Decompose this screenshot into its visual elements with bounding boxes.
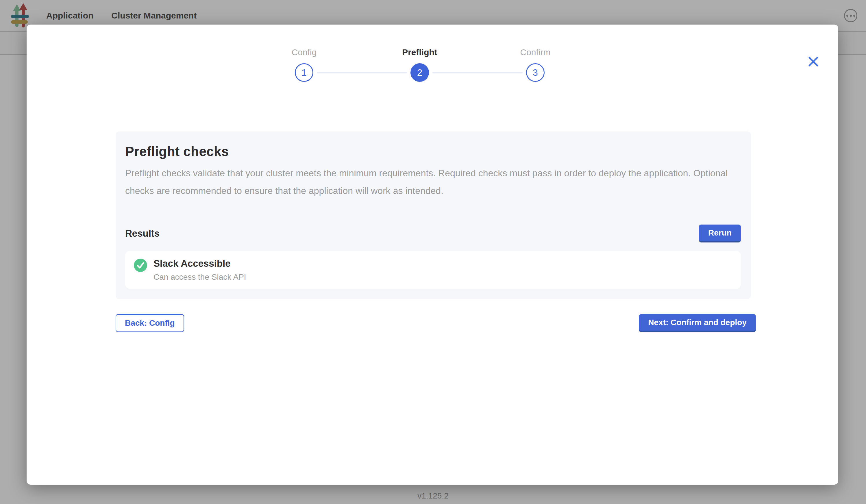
check-detail: Can access the Slack API: [154, 272, 246, 282]
stepper-step-preflight: Preflight 2: [379, 47, 460, 82]
step-label-config: Config: [264, 47, 345, 57]
stepper-step-confirm: Confirm 3: [495, 47, 576, 82]
step-circle-confirm[interactable]: 3: [526, 63, 545, 82]
modal-actions-row: Back: Config Next: Confirm and deploy: [115, 314, 756, 332]
results-heading: Results: [125, 228, 159, 239]
wizard-stepper: Config 1 Preflight 2 Confirm 3: [264, 47, 576, 96]
step-circle-preflight[interactable]: 2: [410, 63, 429, 82]
preflight-modal: Config 1 Preflight 2 Confirm 3 Preflight…: [26, 24, 838, 485]
stepper-step-config: Config 1: [264, 47, 345, 82]
results-header-row: Results Rerun: [125, 225, 741, 243]
check-text: Slack Accessible Can access the Slack AP…: [154, 258, 246, 282]
check-pass-icon: [134, 259, 147, 272]
panel-description: Preflight checks validate that your clus…: [125, 165, 741, 200]
rerun-button[interactable]: Rerun: [699, 225, 741, 243]
step-label-confirm: Confirm: [495, 47, 576, 57]
back-config-button[interactable]: Back: Config: [115, 314, 184, 332]
next-confirm-deploy-button[interactable]: Next: Confirm and deploy: [639, 314, 756, 332]
step-circle-config[interactable]: 1: [295, 63, 313, 82]
preflight-check-row: Slack Accessible Can access the Slack AP…: [125, 251, 741, 289]
panel-title: Preflight checks: [125, 144, 741, 159]
check-name: Slack Accessible: [154, 258, 246, 269]
step-label-preflight: Preflight: [379, 47, 460, 57]
close-icon[interactable]: [807, 55, 820, 68]
preflight-panel: Preflight checks Preflight checks valida…: [115, 132, 751, 299]
